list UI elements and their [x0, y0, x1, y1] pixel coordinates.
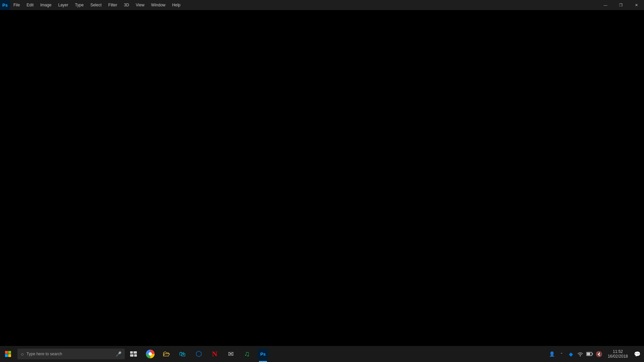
- menu-item-image[interactable]: Image: [37, 0, 55, 10]
- taskbar-icons: 🗁 🛍 ⬡ N ✉ ♫ Ps: [142, 346, 271, 362]
- taskbar-dropbox-icon[interactable]: ⬡: [191, 346, 207, 362]
- notification-button[interactable]: 💬: [632, 346, 643, 362]
- svg-rect-10: [587, 353, 590, 355]
- menu-item-window[interactable]: Window: [148, 0, 169, 10]
- tray-overflow-chevron[interactable]: ⌃: [557, 346, 566, 362]
- taskbar-ms-store-icon[interactable]: 🛍: [174, 346, 191, 362]
- person-icon: 👤: [549, 351, 555, 357]
- taskbar-photoshop-icon[interactable]: Ps: [255, 346, 271, 362]
- menu-item-view[interactable]: View: [132, 0, 148, 10]
- search-placeholder-text: Type here to search: [26, 352, 62, 356]
- task-view-icon: [130, 351, 137, 357]
- svg-rect-2: [5, 354, 8, 357]
- task-view-button[interactable]: [126, 346, 141, 362]
- windows-logo-icon: [5, 351, 11, 357]
- system-tray: 👤 ⌃ ◆ 🔇 11:52 16/: [547, 346, 644, 362]
- svg-rect-0: [5, 351, 8, 354]
- canvas-area: [0, 10, 644, 346]
- battery-icon: [586, 352, 593, 356]
- svg-rect-5: [133, 351, 137, 354]
- tray-volume-icon[interactable]: 🔇: [594, 346, 604, 362]
- search-bar[interactable]: ○ Type here to search 🎤: [17, 349, 125, 359]
- mail-icon: ✉: [228, 350, 234, 358]
- svg-rect-11: [592, 353, 593, 355]
- menu-item-layer[interactable]: Layer: [55, 0, 71, 10]
- tray-network-icon[interactable]: [576, 346, 585, 362]
- photoshop-taskbar-logo: Ps: [258, 349, 268, 359]
- clock-time: 11:52: [613, 349, 623, 354]
- folder-icon: 🗁: [163, 350, 170, 358]
- clock-date: 16/02/2018: [608, 354, 628, 359]
- svg-rect-7: [134, 354, 137, 357]
- titlebar: Ps FileEditImageLayerTypeSelectFilter3DV…: [0, 0, 644, 10]
- dropbox-icon: ⬡: [196, 350, 202, 358]
- svg-rect-6: [130, 354, 133, 357]
- taskbar-file-explorer-icon[interactable]: 🗁: [158, 346, 174, 362]
- menu-item-edit[interactable]: Edit: [23, 0, 37, 10]
- netflix-icon: N: [212, 350, 217, 358]
- svg-point-8: [580, 355, 581, 356]
- start-button[interactable]: [0, 346, 16, 362]
- clock-area[interactable]: 11:52 16/02/2018: [604, 346, 632, 362]
- tray-person-icon[interactable]: 👤: [547, 346, 557, 362]
- wifi-icon: [577, 351, 583, 357]
- svg-rect-4: [130, 351, 133, 354]
- menu-item-file[interactable]: File: [10, 0, 23, 10]
- chrome-center: [149, 352, 152, 356]
- menu-item-select[interactable]: Select: [87, 0, 105, 10]
- spotify-icon: ♫: [244, 350, 250, 358]
- volume-mute-icon: 🔇: [596, 351, 602, 357]
- maximize-button[interactable]: ❐: [613, 0, 629, 10]
- taskbar-netflix-icon[interactable]: N: [207, 346, 223, 362]
- dropbox-tray-icon: ◆: [569, 351, 573, 357]
- tray-battery-icon[interactable]: [585, 346, 594, 362]
- taskbar-chrome-icon[interactable]: [142, 346, 158, 362]
- svg-rect-1: [8, 351, 11, 354]
- photoshop-logo-icon: Ps: [2, 3, 8, 8]
- store-icon: 🛍: [179, 350, 186, 358]
- menu-item-type[interactable]: Type: [71, 0, 87, 10]
- window-controls: — ❐ ✕: [598, 0, 644, 10]
- taskbar-mail-icon[interactable]: ✉: [223, 346, 239, 362]
- tray-dropbox-icon[interactable]: ◆: [566, 346, 576, 362]
- minimize-button[interactable]: —: [598, 0, 613, 10]
- search-icon: ○: [21, 351, 24, 357]
- close-button[interactable]: ✕: [629, 0, 644, 10]
- svg-rect-3: [8, 354, 11, 357]
- taskbar: ○ Type here to search 🎤 🗁 🛍 ⬡: [0, 346, 644, 362]
- menu-bar: FileEditImageLayerTypeSelectFilter3DView…: [10, 0, 598, 10]
- chrome-logo-icon: [146, 350, 155, 358]
- chevron-up-icon: ⌃: [560, 352, 563, 356]
- menu-item-filter[interactable]: Filter: [105, 0, 121, 10]
- menu-item-3d[interactable]: 3D: [120, 0, 132, 10]
- microphone-icon[interactable]: 🎤: [116, 351, 121, 357]
- notification-icon: 💬: [634, 351, 641, 357]
- menu-item-help[interactable]: Help: [169, 0, 184, 10]
- taskbar-spotify-icon[interactable]: ♫: [239, 346, 255, 362]
- ps-logo: Ps: [0, 0, 10, 10]
